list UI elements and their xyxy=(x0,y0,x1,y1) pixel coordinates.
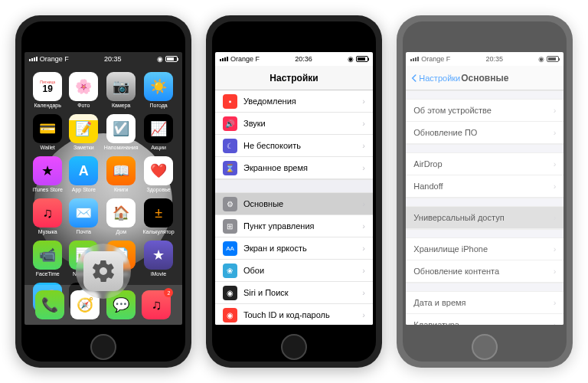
chevron-icon: › xyxy=(554,267,557,276)
back-button[interactable]: Настройки xyxy=(410,74,460,83)
settings-screen: Orange F 20:36 ◉ Настройки ▪Уведомления›… xyxy=(215,52,373,325)
chevron-icon: › xyxy=(362,119,365,128)
home-button[interactable] xyxy=(472,334,498,360)
nav-title: Основные xyxy=(461,73,508,83)
carrier-label: Orange F xyxy=(40,55,69,63)
settings-zoom-highlight[interactable] xyxy=(76,244,131,299)
chevron-icon: › xyxy=(362,221,365,231)
general-screen: Orange F 20:35 ◉ Настройки Основные Об э… xyxy=(406,52,564,325)
row-keyboard[interactable]: Клавиатура› xyxy=(406,314,564,325)
phone-settings: Orange F 20:36 ◉ Настройки ▪Уведомления›… xyxy=(206,15,382,368)
row-sounds[interactable]: 🔊Звуки› xyxy=(215,113,373,135)
row-software-update[interactable]: Обновление ПО› xyxy=(406,122,564,144)
app-facetime[interactable]: 📹FaceTime xyxy=(32,241,64,277)
chevron-icon: › xyxy=(554,298,557,307)
row-touchid[interactable]: ◉Touch ID и код-пароль› xyxy=(215,304,373,325)
chevron-icon: › xyxy=(554,213,557,222)
phone-home: Orange F 20:35 ◉ Пятница19Календарь 🌸Фот… xyxy=(15,15,191,368)
app-health[interactable]: ❤️Здоровье xyxy=(143,156,175,192)
app-weather[interactable]: ☀️Погода xyxy=(143,72,175,108)
app-stocks[interactable]: 📈Акции xyxy=(143,114,175,150)
app-appstore[interactable]: AApp Store xyxy=(68,156,100,192)
app-mail[interactable]: ✉️Почта xyxy=(68,198,100,234)
row-storage[interactable]: Хранилище iPhone› xyxy=(406,238,564,260)
row-about[interactable]: Об этом устройстве› xyxy=(406,100,564,122)
app-camera[interactable]: 📷Камера xyxy=(104,72,139,108)
status-bar: Orange F 20:36 ◉ xyxy=(215,52,373,66)
chevron-icon: › xyxy=(362,163,365,172)
row-general[interactable]: ⚙Основные› xyxy=(215,193,373,215)
app-books[interactable]: 📖Книги xyxy=(104,156,139,192)
row-control-center[interactable]: ⊞Пункт управления› xyxy=(215,215,373,237)
home-button[interactable] xyxy=(281,334,307,360)
row-wallpaper[interactable]: ❀Обои› xyxy=(215,260,373,282)
status-time: 20:35 xyxy=(104,55,122,63)
badge: 2 xyxy=(164,288,173,297)
row-background-refresh[interactable]: Обновление контента› xyxy=(406,260,564,283)
row-datetime[interactable]: Дата и время› xyxy=(406,292,564,314)
app-photos[interactable]: 🌸Фото xyxy=(68,72,100,108)
chevron-icon: › xyxy=(554,244,557,254)
status-time: 20:36 xyxy=(295,55,312,63)
row-dnd[interactable]: ☾Не беспокоить› xyxy=(215,135,373,157)
gear-icon xyxy=(83,251,123,291)
nav-bar: Настройки Основные xyxy=(406,66,564,90)
chevron-icon: › xyxy=(554,182,557,191)
app-wallet[interactable]: 💳Wallet xyxy=(32,114,64,150)
app-calc[interactable]: ±Калькулятор xyxy=(143,198,175,234)
chevron-icon: › xyxy=(554,159,557,169)
row-airdrop[interactable]: AirDrop› xyxy=(406,153,564,175)
chevron-icon: › xyxy=(362,310,365,319)
nav-bar: Настройки xyxy=(215,66,373,90)
chevron-icon: › xyxy=(362,266,365,275)
dock-music[interactable]: ♫2 xyxy=(142,290,171,319)
chevron-icon: › xyxy=(554,106,557,115)
chevron-icon: › xyxy=(362,288,365,297)
nav-title: Настройки xyxy=(270,73,318,83)
chevron-icon: › xyxy=(362,141,365,150)
home-button[interactable] xyxy=(90,334,116,360)
app-imovie[interactable]: ★iMovie xyxy=(143,241,175,277)
status-time: 20:35 xyxy=(486,55,504,63)
home-screen: Orange F 20:35 ◉ Пятница19Календарь 🌸Фот… xyxy=(24,52,182,325)
app-music[interactable]: ♫Музыка xyxy=(32,198,64,234)
dock-phone[interactable]: 📞 xyxy=(35,290,64,319)
app-home[interactable]: 🏠Дом xyxy=(104,198,139,234)
app-calendar[interactable]: Пятница19Календарь xyxy=(32,72,64,108)
row-accessibility[interactable]: Универсальный доступ› xyxy=(406,207,564,229)
phone-general: Orange F 20:35 ◉ Настройки Основные Об э… xyxy=(397,15,573,368)
chevron-icon: › xyxy=(362,199,365,208)
chevron-icon: › xyxy=(554,320,557,325)
row-notifications[interactable]: ▪Уведомления› xyxy=(215,90,373,113)
app-reminders[interactable]: ☑️Напоминания xyxy=(104,114,139,150)
chevron-icon: › xyxy=(362,244,365,253)
chevron-icon: › xyxy=(554,128,557,137)
row-siri[interactable]: ◉Siri и Поиск› xyxy=(215,282,373,304)
status-bar: Orange F 20:35 ◉ xyxy=(24,52,182,66)
row-display[interactable]: AAЭкран и яркость› xyxy=(215,237,373,260)
app-itunes[interactable]: ★iTunes Store xyxy=(32,156,64,192)
row-screentime[interactable]: ⌛Экранное время› xyxy=(215,157,373,179)
chevron-icon: › xyxy=(362,97,365,106)
status-bar: Orange F 20:35 ◉ xyxy=(406,52,564,66)
app-notes[interactable]: 📝Заметки xyxy=(68,114,100,150)
row-handoff[interactable]: Handoff› xyxy=(406,175,564,198)
